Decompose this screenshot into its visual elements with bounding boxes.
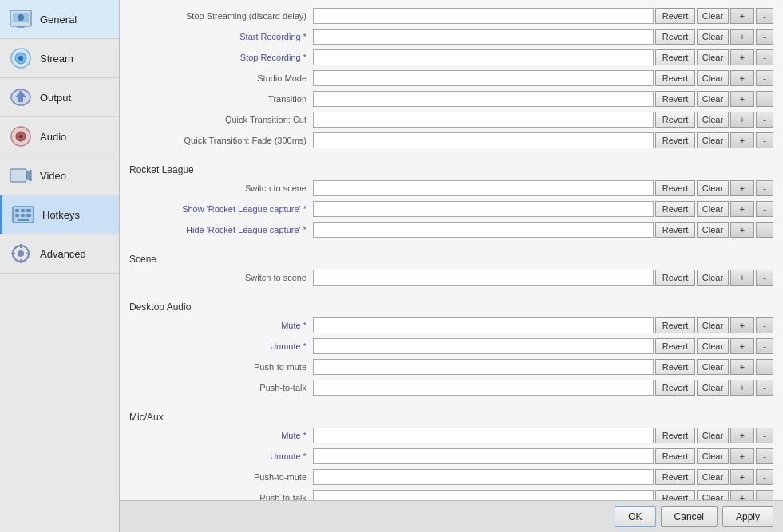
revert-button-stop-recording[interactable]: Revert (655, 49, 695, 65)
hotkey-input-da-mute[interactable] (313, 317, 654, 333)
revert-button-da-push-to-mute[interactable]: Revert (655, 359, 695, 375)
minus-button-transition[interactable]: - (756, 91, 773, 107)
revert-button-ma-unmute[interactable]: Revert (655, 448, 695, 464)
clear-button-rl-show-capture[interactable]: Clear (697, 201, 729, 217)
minus-button-stop-recording[interactable]: - (756, 49, 773, 65)
sidebar-item-general[interactable]: General (0, 0, 119, 39)
minus-button-studio-mode[interactable]: - (756, 70, 773, 86)
clear-button-start-recording[interactable]: Clear (697, 29, 729, 45)
clear-button-da-mute[interactable]: Clear (697, 317, 729, 333)
revert-button-transition[interactable]: Revert (655, 91, 695, 107)
revert-button-scene-switch[interactable]: Revert (655, 270, 695, 286)
minus-button-ma-push-to-talk[interactable]: - (756, 490, 773, 500)
hotkey-input-ma-mute[interactable] (313, 428, 654, 443)
minus-button-rl-switch-to-scene[interactable]: - (756, 180, 773, 196)
minus-button-quick-transition-fade[interactable]: - (756, 132, 773, 148)
revert-button-rl-show-capture[interactable]: Revert (655, 201, 695, 217)
plus-button-quick-transition-fade[interactable]: + (730, 132, 754, 148)
plus-button-ma-mute[interactable]: + (730, 428, 754, 443)
revert-button-ma-push-to-mute[interactable]: Revert (655, 469, 695, 485)
hotkey-input-da-push-to-mute[interactable] (313, 359, 654, 375)
hotkey-input-rl-switch-to-scene[interactable] (313, 180, 654, 196)
clear-button-rl-switch-to-scene[interactable]: Clear (697, 180, 729, 196)
clear-button-da-push-to-talk[interactable]: Clear (697, 380, 729, 396)
revert-button-studio-mode[interactable]: Revert (655, 70, 695, 86)
revert-button-da-push-to-talk[interactable]: Revert (655, 380, 695, 396)
hotkey-input-ma-unmute[interactable] (313, 448, 654, 464)
hotkey-input-quick-transition-cut[interactable] (313, 112, 654, 128)
clear-button-stop-streaming[interactable]: Clear (697, 8, 729, 24)
clear-button-quick-transition-cut[interactable]: Clear (697, 112, 729, 128)
plus-button-studio-mode[interactable]: + (730, 70, 754, 86)
hotkey-input-da-unmute[interactable] (313, 338, 654, 354)
plus-button-stop-streaming[interactable]: + (730, 8, 754, 24)
clear-button-ma-unmute[interactable]: Clear (697, 448, 729, 464)
plus-button-rl-show-capture[interactable]: + (730, 201, 754, 217)
clear-button-scene-switch[interactable]: Clear (697, 270, 729, 286)
revert-button-ma-mute[interactable]: Revert (655, 428, 695, 443)
cancel-button[interactable]: Cancel (661, 506, 718, 527)
hotkey-input-ma-push-to-talk[interactable] (313, 490, 654, 500)
revert-button-ma-push-to-talk[interactable]: Revert (655, 490, 695, 500)
clear-button-stop-recording[interactable]: Clear (697, 49, 729, 65)
hotkey-input-studio-mode[interactable] (313, 70, 654, 86)
minus-button-start-recording[interactable]: - (756, 29, 773, 45)
minus-button-scene-switch[interactable]: - (756, 270, 773, 286)
clear-button-rl-hide-capture[interactable]: Clear (697, 222, 729, 238)
sidebar-item-advanced[interactable]: Advanced (0, 234, 119, 274)
revert-button-da-unmute[interactable]: Revert (655, 338, 695, 354)
plus-button-ma-push-to-mute[interactable]: + (730, 469, 754, 485)
hotkey-input-da-push-to-talk[interactable] (313, 380, 654, 396)
sidebar-item-stream[interactable]: Stream (0, 39, 119, 78)
plus-button-da-mute[interactable]: + (730, 317, 754, 333)
ok-button[interactable]: OK (615, 506, 655, 527)
sidebar-item-video[interactable]: Video (0, 156, 119, 195)
apply-button[interactable]: Apply (722, 506, 773, 527)
minus-button-da-push-to-talk[interactable]: - (756, 380, 773, 396)
hotkey-input-rl-hide-capture[interactable] (313, 222, 654, 238)
clear-button-da-push-to-mute[interactable]: Clear (697, 359, 729, 375)
hotkey-input-quick-transition-fade[interactable] (313, 132, 654, 148)
plus-button-rl-switch-to-scene[interactable]: + (730, 180, 754, 196)
clear-button-transition[interactable]: Clear (697, 91, 729, 107)
revert-button-rl-switch-to-scene[interactable]: Revert (655, 180, 695, 196)
plus-button-rl-hide-capture[interactable]: + (730, 222, 754, 238)
clear-button-ma-push-to-talk[interactable]: Clear (697, 490, 729, 500)
hotkey-input-ma-push-to-mute[interactable] (313, 469, 654, 485)
minus-button-rl-hide-capture[interactable]: - (756, 222, 773, 238)
plus-button-stop-recording[interactable]: + (730, 49, 754, 65)
hotkey-input-scene-switch[interactable] (313, 270, 654, 286)
hotkey-input-rl-show-capture[interactable] (313, 201, 654, 217)
sidebar-item-hotkeys[interactable]: Hotkeys (0, 195, 119, 234)
sidebar-item-output[interactable]: Output (0, 78, 119, 117)
plus-button-start-recording[interactable]: + (730, 29, 754, 45)
minus-button-da-push-to-mute[interactable]: - (756, 359, 773, 375)
revert-button-da-mute[interactable]: Revert (655, 317, 695, 333)
minus-button-quick-transition-cut[interactable]: - (756, 112, 773, 128)
revert-button-stop-streaming[interactable]: Revert (655, 8, 695, 24)
minus-button-stop-streaming[interactable]: - (756, 8, 773, 24)
clear-button-studio-mode[interactable]: Clear (697, 70, 729, 86)
clear-button-quick-transition-fade[interactable]: Clear (697, 132, 729, 148)
hotkey-input-stop-recording[interactable] (313, 49, 654, 65)
revert-button-rl-hide-capture[interactable]: Revert (655, 222, 695, 238)
plus-button-transition[interactable]: + (730, 91, 754, 107)
clear-button-ma-push-to-mute[interactable]: Clear (697, 469, 729, 485)
revert-button-start-recording[interactable]: Revert (655, 29, 695, 45)
plus-button-da-push-to-talk[interactable]: + (730, 380, 754, 396)
minus-button-rl-show-capture[interactable]: - (756, 201, 773, 217)
clear-button-da-unmute[interactable]: Clear (697, 338, 729, 354)
hotkey-input-transition[interactable] (313, 91, 654, 107)
minus-button-da-unmute[interactable]: - (756, 338, 773, 354)
plus-button-da-push-to-mute[interactable]: + (730, 359, 754, 375)
hotkey-input-start-recording[interactable] (313, 29, 654, 45)
minus-button-da-mute[interactable]: - (756, 317, 773, 333)
minus-button-ma-unmute[interactable]: - (756, 448, 773, 464)
plus-button-scene-switch[interactable]: + (730, 270, 754, 286)
plus-button-quick-transition-cut[interactable]: + (730, 112, 754, 128)
hotkeys-panel[interactable]: Stop Streaming (discard delay)RevertClea… (120, 0, 783, 500)
clear-button-ma-mute[interactable]: Clear (697, 428, 729, 443)
revert-button-quick-transition-cut[interactable]: Revert (655, 112, 695, 128)
minus-button-ma-push-to-mute[interactable]: - (756, 469, 773, 485)
plus-button-ma-unmute[interactable]: + (730, 448, 754, 464)
